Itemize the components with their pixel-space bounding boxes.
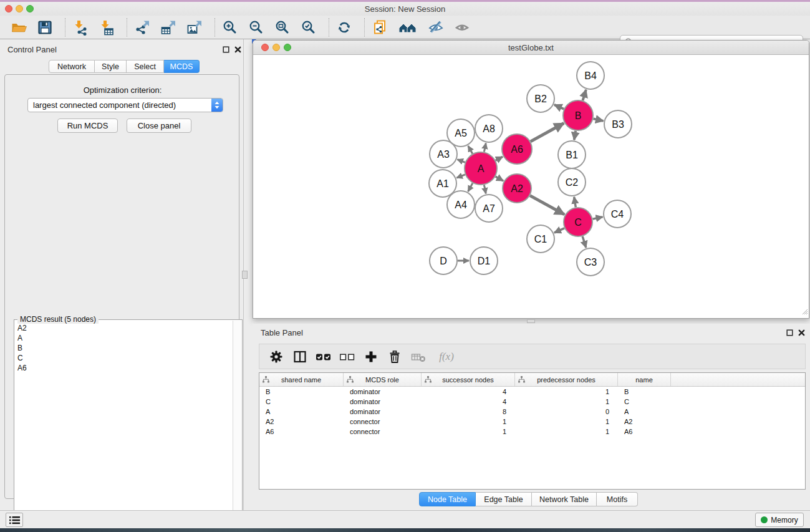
table-cell: 1: [515, 427, 618, 437]
graph-edge-A-A2[interactable]: [496, 177, 503, 181]
home-icon[interactable]: [397, 19, 418, 36]
float-panel-icon[interactable]: [786, 329, 794, 337]
optimization-criterion-select[interactable]: largest connected component (directed): [27, 98, 223, 112]
graph-edge-C-C4[interactable]: [593, 217, 603, 219]
table-cell: 8: [422, 407, 515, 417]
run-mcds-button[interactable]: Run MCDS: [57, 118, 118, 133]
result-list-item[interactable]: A: [15, 333, 233, 343]
tab-style[interactable]: Style: [95, 60, 127, 73]
task-history-button[interactable]: [6, 513, 23, 527]
float-panel-icon[interactable]: [222, 46, 230, 54]
table-header-row: shared name MCDS role successor nodes pr…: [259, 373, 805, 387]
add-column-icon[interactable]: [362, 349, 380, 365]
column-header-successor-nodes[interactable]: successor nodes: [422, 373, 515, 386]
select-all-icon[interactable]: [314, 349, 333, 365]
graph-node-label-C1: C1: [534, 234, 547, 244]
gear-icon[interactable]: [267, 349, 286, 365]
zoom-out-icon[interactable]: [248, 19, 265, 36]
graph-edge-A-A3[interactable]: [457, 160, 465, 163]
graph-edge-A6-B[interactable]: [531, 123, 564, 142]
result-list-item[interactable]: C: [15, 353, 233, 363]
table-cell: connector: [344, 417, 422, 427]
tab-mcds[interactable]: MCDS: [164, 60, 200, 73]
zoom-fit-icon[interactable]: [274, 19, 291, 36]
table-row[interactable]: A2connector11A2: [259, 417, 805, 427]
column-header-predecessor-nodes[interactable]: predecessor nodes: [515, 373, 618, 386]
column-header-name[interactable]: name: [618, 373, 671, 386]
toolbar-separator: [364, 18, 365, 37]
close-panel-icon[interactable]: [234, 46, 242, 54]
import-table-icon[interactable]: [98, 19, 115, 36]
close-panel-icon[interactable]: [798, 329, 806, 337]
result-list-item[interactable]: A6: [15, 363, 233, 373]
table-cell-filler: [671, 417, 805, 427]
memory-button[interactable]: Memory: [755, 513, 804, 527]
delete-icon[interactable]: [385, 349, 404, 365]
zoom-in-icon[interactable]: [221, 19, 239, 36]
table-cell: 1: [422, 417, 515, 427]
horizontal-splitter-handle[interactable]: [527, 319, 535, 323]
result-list-item[interactable]: B: [15, 343, 233, 353]
tab-select[interactable]: Select: [127, 60, 164, 73]
graph-edge-A2-C[interactable]: [530, 196, 564, 215]
hide-graphics-icon[interactable]: [427, 19, 445, 36]
graph-edge-B-B2[interactable]: [554, 105, 564, 109]
close-panel-button[interactable]: Close panel: [127, 118, 191, 133]
graph-node-label-A: A: [478, 163, 485, 174]
column-header-shared-name[interactable]: shared name: [259, 373, 344, 386]
tab-network[interactable]: Network: [49, 60, 95, 73]
graph-edge-A-A8[interactable]: [484, 143, 486, 152]
delete-table-icon[interactable]: [409, 349, 428, 365]
function-builder-icon[interactable]: f(x): [433, 349, 460, 365]
graph-edge-C-C2[interactable]: [574, 197, 576, 208]
table-cell: dominator: [344, 407, 422, 417]
graph-edge-A-A4[interactable]: [468, 183, 473, 191]
column-header-mcds-role[interactable]: MCDS role: [344, 373, 422, 386]
refresh-icon[interactable]: [335, 19, 353, 36]
graph-edge-A-A1[interactable]: [456, 175, 465, 178]
table-row[interactable]: Cdominator41C: [259, 397, 805, 407]
export-image-icon[interactable]: [186, 19, 203, 36]
open-folder-icon[interactable]: [10, 19, 27, 36]
split-columns-icon[interactable]: [291, 349, 309, 365]
resize-grip-icon[interactable]: [800, 306, 808, 317]
import-network-icon[interactable]: [72, 19, 89, 36]
graph-edge-B-B1[interactable]: [574, 131, 576, 140]
network-window-titlebar[interactable]: testGlobe.txt: [253, 41, 809, 55]
table-cell: C: [259, 397, 344, 407]
tab-motifs[interactable]: Motifs: [597, 492, 638, 506]
graph-edge-A-A5[interactable]: [468, 146, 473, 154]
export-table-icon[interactable]: [160, 19, 177, 36]
clone-network-icon[interactable]: [371, 19, 388, 36]
result-list-item[interactable]: A2: [15, 323, 233, 333]
graph-node-label-A6: A6: [511, 144, 523, 155]
deselect-all-icon[interactable]: [338, 349, 357, 365]
save-icon[interactable]: [36, 19, 54, 36]
eye-icon[interactable]: [453, 19, 471, 36]
vertical-splitter-handle[interactable]: [242, 271, 248, 279]
graph-node-label-B1: B1: [566, 150, 578, 160]
tab-node-table[interactable]: Node Table: [419, 492, 476, 506]
graph-edge-C-C3[interactable]: [582, 236, 586, 248]
result-list-scrollbar[interactable]: [233, 321, 241, 531]
export-network-icon[interactable]: [133, 19, 151, 36]
network-canvas[interactable]: AA1A2A3A4A5A6A7A8BB1B2B3B4CC1C2C3C4DD1: [253, 55, 809, 318]
mcds-result-list[interactable]: A2ABCA6: [15, 323, 233, 531]
table-row[interactable]: Bdominator41B: [259, 387, 805, 397]
table-row[interactable]: A6connector11A6: [259, 427, 805, 437]
graph-edge-B-B4[interactable]: [582, 90, 586, 100]
tab-network-table[interactable]: Network Table: [532, 492, 597, 506]
graph-edge-B-B3[interactable]: [593, 118, 603, 121]
graph-edge-A-A6[interactable]: [496, 157, 503, 160]
tab-edge-table[interactable]: Edge Table: [476, 492, 532, 506]
zoom-selected-icon[interactable]: [300, 19, 317, 36]
graph-node-label-D: D: [440, 256, 447, 266]
graph-node-label-A2: A2: [511, 183, 523, 194]
table-cell: A: [259, 407, 344, 417]
table-cell: 1: [515, 417, 618, 427]
graph-edge-C-C1[interactable]: [554, 228, 564, 233]
table-row[interactable]: Adominator80A: [259, 407, 805, 417]
table-cell: 4: [422, 397, 515, 407]
table-cell: A6: [618, 427, 671, 437]
graph-edge-A-A7[interactable]: [484, 185, 486, 193]
